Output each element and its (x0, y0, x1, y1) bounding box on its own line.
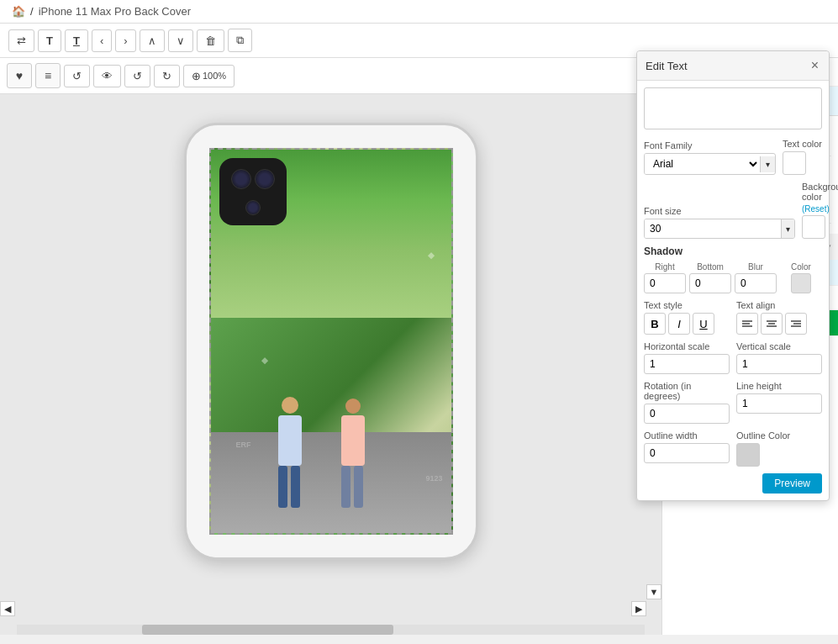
font-size-input[interactable]: 30 (645, 219, 781, 238)
delete-button[interactable]: 🗑 (197, 29, 224, 52)
canvas-area: ♥ ≡ ↺ 👁 ↺ ↻ ⊕ 100% ▲ ▼ ◀ ▶ (0, 58, 661, 635)
scroll-right-arrow[interactable]: ▶ (631, 601, 646, 616)
man-body (278, 415, 302, 466)
italic-button[interactable]: I (668, 313, 690, 335)
shadow-blur-input[interactable] (735, 273, 777, 293)
bg-color-reset-link[interactable]: (Reset) (802, 204, 838, 214)
v-scale-label: Vertical scale (736, 341, 822, 351)
zoom-value: 100% (203, 71, 226, 81)
font-family-select[interactable]: Arial Times New Roman Helvetica (645, 154, 760, 174)
edit-text-modal: Edit Text × Font Family Arial Times New … (636, 58, 830, 501)
next-button[interactable]: › (115, 29, 135, 52)
modal-header: Edit Text × (637, 58, 829, 81)
modal-body: Font Family Arial Times New Roman Helvet… (637, 81, 829, 500)
man-head (282, 397, 298, 414)
breadcrumb-page-title[interactable]: iPhone 11 Max Pro Back Cover (39, 5, 191, 18)
horizontal-scrollbar[interactable] (17, 625, 645, 635)
outline-row: Outline width Outline Color (644, 430, 822, 467)
h-scale-group: Horizontal scale (644, 341, 730, 374)
scroll-down-arrow[interactable]: ▼ (646, 584, 661, 599)
text-color-picker[interactable] (783, 151, 806, 175)
duplicate-button[interactable]: ⧉ (228, 29, 252, 52)
watermark-4: ◆ (261, 356, 268, 365)
shadow-right-label: Right (644, 262, 686, 272)
move-up-button[interactable]: ∧ (140, 29, 165, 52)
man-legs (278, 466, 302, 508)
text-color-group: Text color (783, 139, 822, 175)
move-down-button[interactable]: ∨ (168, 29, 193, 52)
shadow-color-picker[interactable] (791, 273, 811, 293)
line-height-input[interactable] (736, 393, 822, 414)
shadow-bottom-input[interactable] (689, 273, 731, 293)
modal-title: Edit Text (646, 60, 688, 72)
home-icon[interactable]: 🏠 (12, 5, 25, 18)
font-size-label: Font size (644, 206, 795, 216)
font-size-group: Font size 30 ▾ (644, 206, 795, 239)
zoom-button[interactable]: ⊕ 100% (183, 65, 235, 87)
modal-close-button[interactable]: × (809, 58, 820, 73)
text-style-button[interactable]: T (65, 29, 88, 52)
align-right-button[interactable] (785, 313, 807, 335)
rotation-row: Rotation (in degrees) Line height (644, 381, 822, 424)
watermark-2: ERF (236, 441, 251, 449)
undo-button[interactable]: ↺ (124, 65, 150, 87)
line-height-group: Line height (736, 381, 822, 424)
canvas-toolbar: ♥ ≡ ↺ 👁 ↺ ↻ ⊕ 100% (0, 58, 661, 94)
outline-color-picker[interactable] (736, 443, 760, 467)
man-figure (278, 397, 302, 508)
refresh-button[interactable]: ↺ (64, 65, 90, 87)
underline-button[interactable]: U (693, 313, 714, 335)
shadow-row: Right Bottom Blur Color (644, 262, 822, 293)
align-left-button[interactable] (736, 313, 758, 335)
camera-lens-3 (245, 200, 261, 215)
scrollbar-thumb[interactable] (142, 625, 393, 635)
outline-color-label: Outline Color (736, 430, 822, 441)
woman-leg-left (341, 466, 350, 508)
bold-button[interactable]: B (644, 313, 666, 335)
h-scale-input[interactable] (644, 354, 730, 374)
scroll-left-arrow[interactable]: ◀ (0, 601, 15, 616)
main-layout: ♥ ≡ ↺ 👁 ↺ ↻ ⊕ 100% ▲ ▼ ◀ ▶ (0, 58, 838, 635)
font-select-caret-icon[interactable]: ▾ (760, 156, 775, 172)
text-align-group: Text align (736, 300, 822, 335)
preview-button[interactable]: Preview (762, 473, 822, 494)
favorite-button[interactable]: ♥ (7, 63, 32, 88)
outline-width-label: Outline width (644, 430, 730, 441)
outline-width-input[interactable] (644, 443, 730, 463)
shadow-blur-label: Blur (735, 262, 777, 272)
phone-mockup: 9123 ERF ◆ ◆ (184, 123, 478, 560)
v-scale-input[interactable] (736, 354, 822, 374)
align-center-button[interactable] (761, 313, 783, 335)
shadow-bottom-label: Bottom (689, 262, 731, 272)
prev-button[interactable]: ‹ (92, 29, 112, 52)
text-button[interactable]: T (38, 29, 61, 52)
man-leg-right (291, 466, 300, 508)
shadow-right-group: Right (644, 262, 686, 293)
font-size-arrow-icon[interactable]: ▾ (781, 219, 794, 238)
rotation-input[interactable] (644, 404, 730, 424)
text-content-input[interactable] (644, 87, 822, 129)
woman-head (345, 399, 361, 414)
font-size-wrapper: 30 ▾ (644, 219, 795, 239)
breadcrumb: 🏠 / iPhone 11 Max Pro Back Cover (0, 0, 838, 24)
canvas-inner: ▲ ▼ ◀ ▶ (0, 58, 661, 625)
phone-canvas[interactable]: 9123 ERF ◆ ◆ (209, 148, 453, 535)
preview-eye-button[interactable]: 👁 (93, 65, 121, 87)
woman-figure (341, 399, 365, 508)
scale-row: Horizontal scale Vertical scale (644, 341, 822, 374)
shadow-bottom-group: Bottom (689, 262, 731, 293)
text-style-group: Text style B I U (644, 300, 730, 335)
woman-body (341, 415, 365, 466)
compare-button[interactable]: ≡ (35, 63, 61, 88)
shadow-right-input[interactable] (644, 273, 686, 293)
bg-color-label: Background color (802, 182, 838, 202)
shuffle-button[interactable]: ⇄ (8, 29, 34, 52)
line-height-label: Line height (736, 381, 822, 391)
rotation-label: Rotation (in degrees) (644, 381, 730, 401)
redo-button[interactable]: ↻ (154, 65, 180, 87)
breadcrumb-separator: / (30, 5, 34, 18)
bg-color-picker[interactable] (802, 215, 825, 239)
h-scale-label: Horizontal scale (644, 341, 730, 351)
text-align-label: Text align (736, 300, 822, 310)
shadow-section-title: Shadow (644, 245, 822, 257)
